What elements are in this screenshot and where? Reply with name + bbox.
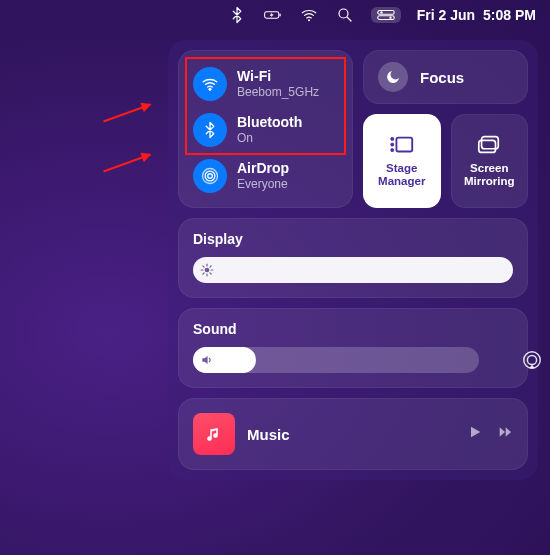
- bluetooth-title: Bluetooth: [237, 114, 302, 132]
- airdrop-title: AirDrop: [237, 160, 289, 178]
- display-slider[interactable]: [193, 257, 513, 283]
- svg-point-9: [208, 174, 213, 179]
- wifi-subtitle: Beebom_5GHz: [237, 85, 319, 100]
- bluetooth-icon: [193, 113, 227, 147]
- svg-point-5: [380, 11, 382, 13]
- music-title: Music: [247, 426, 455, 443]
- stage-manager-button[interactable]: Stage Manager: [363, 114, 441, 208]
- music-card[interactable]: Music: [178, 398, 528, 470]
- display-label: Display: [193, 231, 513, 247]
- display-card: Display: [178, 218, 528, 298]
- music-app-icon: [193, 413, 235, 455]
- focus-label: Focus: [420, 69, 464, 86]
- airdrop-subtitle: Everyone: [237, 177, 289, 192]
- menu-bar-date: Fri 2 Jun: [417, 7, 475, 23]
- airplay-audio-icon[interactable]: [521, 349, 543, 371]
- bluetooth-menubar-icon[interactable]: [227, 5, 247, 25]
- svg-point-8: [209, 88, 211, 90]
- screen-mirroring-label: Screen Mirroring: [456, 162, 524, 188]
- menu-bar-time: 5:08 PM: [483, 7, 536, 23]
- spotlight-search-icon[interactable]: [335, 5, 355, 25]
- wifi-title: Wi-Fi: [237, 68, 319, 86]
- svg-rect-15: [396, 137, 412, 151]
- svg-point-7: [389, 16, 391, 18]
- sound-label: Sound: [193, 321, 513, 337]
- svg-point-18: [205, 268, 210, 273]
- svg-rect-4: [377, 11, 394, 15]
- wifi-toggle[interactable]: Wi-Fi Beebom_5GHz: [191, 63, 340, 109]
- connectivity-card: Wi-Fi Beebom_5GHz Bluetooth On AirDr: [178, 50, 353, 208]
- wifi-icon: [193, 67, 227, 101]
- wifi-menubar-icon[interactable]: [299, 5, 319, 25]
- screen-mirroring-button[interactable]: Screen Mirroring: [451, 114, 529, 208]
- svg-rect-6: [377, 16, 394, 20]
- menu-bar-clock[interactable]: Fri 2 Jun 5:08 PM: [417, 7, 536, 23]
- focus-button[interactable]: Focus: [363, 50, 528, 104]
- svg-point-10: [205, 171, 215, 181]
- stage-manager-label: Stage Manager: [368, 162, 436, 188]
- svg-rect-14: [391, 148, 394, 151]
- volume-icon: [200, 353, 214, 367]
- sound-card: Sound: [178, 308, 528, 388]
- svg-rect-1: [279, 14, 280, 17]
- brightness-icon: [200, 263, 214, 277]
- control-center-panel: Wi-Fi Beebom_5GHz Bluetooth On AirDr: [168, 40, 538, 480]
- menu-bar: Fri 2 Jun 5:08 PM: [0, 0, 550, 30]
- moon-icon: [378, 62, 408, 92]
- svg-point-2: [308, 19, 310, 21]
- svg-point-20: [527, 355, 536, 364]
- battery-menubar-icon[interactable]: [263, 5, 283, 25]
- annotation-arrow: [103, 104, 151, 123]
- svg-point-3: [339, 9, 348, 18]
- airdrop-icon: [193, 159, 227, 193]
- play-button[interactable]: [467, 424, 483, 444]
- sound-slider[interactable]: [193, 347, 479, 373]
- bluetooth-toggle[interactable]: Bluetooth On: [191, 109, 340, 155]
- svg-rect-13: [391, 143, 394, 146]
- airdrop-toggle[interactable]: AirDrop Everyone: [191, 155, 340, 195]
- bluetooth-subtitle: On: [237, 131, 302, 146]
- next-track-button[interactable]: [497, 424, 513, 444]
- svg-rect-12: [391, 137, 394, 140]
- control-center-menubar-icon[interactable]: [371, 7, 401, 23]
- annotation-arrow: [103, 154, 151, 173]
